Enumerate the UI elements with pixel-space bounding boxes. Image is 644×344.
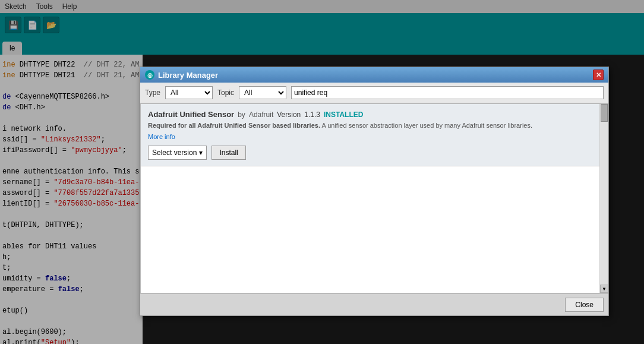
dialog-title-content: ◎ Library Manager bbox=[145, 70, 218, 80]
scrollbar-arrow-down[interactable]: ▼ bbox=[600, 285, 608, 293]
select-version-button[interactable]: Select version ▾ bbox=[148, 146, 207, 160]
library-name: Adafruit Unified Sensor bbox=[148, 110, 234, 119]
search-input[interactable] bbox=[291, 86, 604, 99]
select-version-label: Select version bbox=[152, 149, 197, 157]
library-version-label: Version bbox=[277, 111, 301, 119]
scrollbar-thumb[interactable] bbox=[601, 104, 608, 122]
topic-label: Topic bbox=[217, 89, 234, 97]
library-desc-text: A unified sensor abstraction layer used … bbox=[321, 122, 532, 129]
dialog-footer: Close bbox=[140, 293, 608, 315]
dialog-titlebar: ◎ Library Manager ✕ bbox=[140, 67, 608, 83]
dialog-search-toolbar: Type All Topic All bbox=[140, 83, 608, 103]
chevron-down-icon: ▾ bbox=[199, 149, 203, 157]
library-required-text: Required for all Adafruit Unified Sensor… bbox=[148, 121, 601, 130]
library-author: Adafruit bbox=[249, 111, 273, 119]
library-title-row: Adafruit Unified Sensor by Adafruit Vers… bbox=[148, 110, 601, 119]
library-installed-badge: INSTALLED bbox=[324, 111, 363, 119]
install-button[interactable]: Install bbox=[211, 146, 245, 160]
dialog-content: Adafruit Unified Sensor by Adafruit Vers… bbox=[140, 103, 608, 293]
scrollbar[interactable]: ▼ bbox=[599, 104, 608, 293]
dialog-close-button[interactable]: ✕ bbox=[593, 70, 604, 80]
library-version: 1.1.3 bbox=[304, 111, 320, 119]
type-label: Type bbox=[145, 89, 160, 97]
arduino-icon: ◎ bbox=[145, 70, 154, 80]
topic-select[interactable]: All bbox=[239, 86, 286, 99]
library-item: Adafruit Unified Sensor by Adafruit Vers… bbox=[141, 104, 608, 166]
dialog-title: Library Manager bbox=[158, 71, 218, 80]
type-select[interactable]: All bbox=[165, 86, 213, 99]
footer-close-button[interactable]: Close bbox=[565, 298, 604, 312]
library-manager-dialog: ◎ Library Manager ✕ Type All Topic All A… bbox=[140, 67, 609, 316]
library-by: by bbox=[238, 111, 245, 119]
library-required-strong: Required for all Adafruit Unified Sensor… bbox=[148, 122, 320, 129]
library-more-info-link[interactable]: More info bbox=[148, 133, 175, 140]
library-actions: Select version ▾ Install bbox=[148, 146, 601, 160]
